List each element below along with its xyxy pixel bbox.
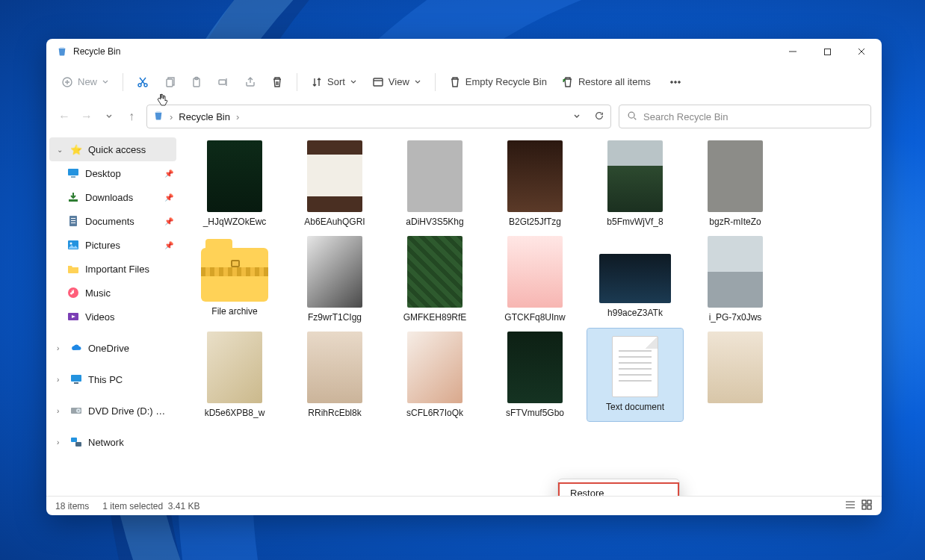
file-item[interactable]: sCFL6R7IoQk: [387, 329, 483, 421]
chevron-right-icon: ›: [57, 376, 64, 384]
sidebar-item-downloads[interactable]: Downloads📌: [46, 185, 179, 209]
image-thumbnail: [708, 140, 763, 212]
copy-button[interactable]: [158, 72, 182, 93]
delete-button[interactable]: [265, 72, 289, 93]
svg-rect-20: [71, 223, 75, 223]
image-thumbnail: [307, 332, 362, 403]
file-item[interactable]: GMFKEH89RfE: [387, 233, 483, 326]
file-item[interactable]: i_PG-7x0Jws: [687, 233, 783, 326]
address-row: ← → ↑ › Recycle Bin › Search Recycle Bin: [46, 100, 882, 133]
file-item[interactable]: Text document: [587, 329, 683, 421]
svg-rect-25: [71, 375, 81, 382]
sidebar-item-important[interactable]: Important Files: [46, 257, 179, 281]
file-label: bgzR-mIteZo: [691, 217, 779, 227]
breadcrumb[interactable]: Recycle Bin: [179, 111, 230, 122]
file-label: b5FmvWjVf_8: [591, 217, 679, 227]
sort-button[interactable]: Sort: [305, 72, 363, 93]
window-title: Recycle Bin: [73, 46, 120, 57]
nav-forward-button[interactable]: →: [79, 110, 94, 123]
file-item[interactable]: _HJqWZOkEwc: [187, 137, 282, 230]
file-item[interactable]: Fz9wrT1CIgg: [287, 233, 383, 326]
close-button[interactable]: [844, 39, 879, 64]
svg-point-13: [628, 112, 634, 118]
file-label: RRihRcEbl8k: [291, 408, 379, 418]
svg-point-12: [678, 81, 680, 83]
svg-rect-9: [374, 78, 383, 86]
sidebar-item-thispc[interactable]: ›This PC: [46, 367, 179, 391]
nav-recent-button[interactable]: [102, 113, 117, 120]
sidebar-item-onedrive[interactable]: ›OneDrive: [46, 336, 179, 360]
image-thumbnail: [507, 332, 563, 403]
file-label: GMFKEH89RfE: [391, 312, 479, 323]
file-item[interactable]: kD5e6XPB8_w: [187, 329, 282, 421]
restore-all-button[interactable]: Restore all items: [556, 72, 657, 93]
svg-point-29: [78, 410, 79, 411]
empty-recycle-bin-button[interactable]: Empty Recycle Bin: [443, 72, 553, 93]
sidebar-item-music[interactable]: Music: [46, 281, 179, 305]
minimize-button[interactable]: [776, 39, 810, 64]
svg-rect-5: [167, 79, 173, 87]
file-label: i_PG-7x0Jws: [691, 312, 779, 323]
sidebar-item-pictures[interactable]: Pictures📌: [46, 233, 179, 257]
more-button[interactable]: [663, 72, 688, 93]
image-thumbnail: [207, 140, 262, 212]
disc-icon: [70, 405, 82, 417]
desktop-icon: [67, 167, 79, 179]
address-bar[interactable]: › Recycle Bin ›: [146, 105, 611, 128]
file-label: File archive: [191, 306, 279, 317]
file-label: GTCKFq8UInw: [491, 312, 579, 323]
file-item[interactable]: bgzR-mIteZo: [687, 137, 783, 230]
chevron-right-icon: ›: [57, 438, 64, 447]
file-label: sFTVmuf5Gbo: [491, 408, 579, 418]
file-item[interactable]: GTCKFq8UInw: [487, 233, 583, 326]
new-button[interactable]: New: [55, 72, 115, 93]
toolbar: New Sort View Empty Recycle Bin Restore …: [46, 64, 882, 100]
recycle-bin-icon: [57, 46, 67, 57]
refresh-button[interactable]: [594, 111, 604, 123]
rename-button[interactable]: [211, 72, 235, 93]
file-item[interactable]: h99aceZ3ATk: [587, 233, 683, 326]
address-dropdown-button[interactable]: [573, 111, 581, 122]
view-button[interactable]: View: [366, 72, 427, 93]
sidebar-item-network[interactable]: ›Network: [46, 430, 179, 454]
file-item[interactable]: File archive: [187, 233, 282, 326]
sidebar-item-dvd[interactable]: ›DVD Drive (D:) CPRA: [46, 399, 179, 423]
image-thumbnail: [407, 332, 462, 403]
image-thumbnail: [708, 332, 763, 403]
search-input[interactable]: Search Recycle Bin: [619, 105, 871, 128]
sidebar-item-videos[interactable]: Videos: [46, 305, 179, 329]
sidebar-item-quick-access[interactable]: ⌄ ⭐ Quick access: [49, 137, 176, 161]
svg-rect-35: [867, 505, 871, 509]
file-label: h99aceZ3ATk: [591, 308, 679, 318]
share-button[interactable]: [238, 72, 262, 93]
file-item[interactable]: sFTVmuf5Gbo: [487, 329, 583, 421]
titlebar[interactable]: Recycle Bin: [46, 39, 882, 64]
file-item[interactable]: [687, 329, 783, 421]
file-item[interactable]: b5FmvWjVf_8: [587, 137, 683, 230]
thumbnails-view-button[interactable]: [861, 499, 873, 513]
image-thumbnail: [207, 332, 262, 403]
downloads-icon: [67, 191, 79, 203]
maximize-button[interactable]: [810, 39, 844, 64]
file-item[interactable]: Ab6EAuhQGRI: [287, 137, 383, 230]
file-item[interactable]: aDiHV3S5Khg: [387, 137, 483, 230]
status-selection: 1 item selected 3.41 KB: [102, 501, 199, 511]
cut-button[interactable]: [131, 72, 155, 93]
sidebar-item-desktop[interactable]: Desktop📌: [46, 161, 179, 185]
navigation-pane: ⌄ ⭐ Quick access Desktop📌 Downloads📌 Doc…: [46, 133, 179, 496]
file-item[interactable]: B2Gt25JfTzg: [487, 137, 583, 230]
svg-rect-33: [867, 500, 871, 504]
paste-button[interactable]: [185, 72, 208, 93]
file-list[interactable]: _HJqWZOkEwcAb6EAuhQGRIaDiHV3S5KhgB2Gt25J…: [179, 133, 882, 496]
svg-point-3: [138, 84, 141, 87]
file-item[interactable]: RRihRcEbl8k: [287, 329, 383, 421]
chevron-right-icon: ›: [57, 407, 64, 415]
pictures-icon: [67, 239, 79, 251]
recycle-bin-icon: [153, 111, 164, 123]
sidebar-item-documents[interactable]: Documents📌: [46, 209, 179, 233]
details-view-button[interactable]: [844, 499, 856, 513]
nav-back-button[interactable]: ←: [57, 110, 72, 123]
nav-up-button[interactable]: ↑: [124, 110, 139, 123]
context-restore[interactable]: Restore: [558, 482, 679, 496]
image-thumbnail: [407, 236, 462, 308]
